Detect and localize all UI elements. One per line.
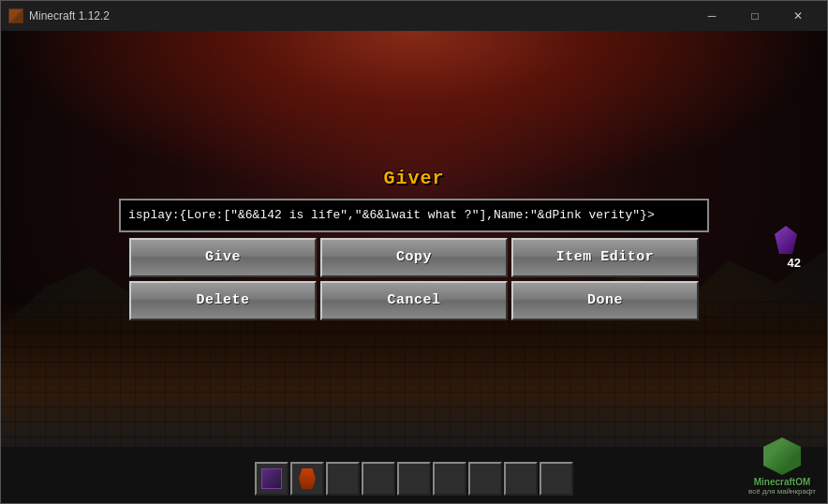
watermark-logo bbox=[763, 437, 801, 475]
done-button[interactable]: Done bbox=[511, 281, 699, 320]
close-button[interactable]: ✕ bbox=[776, 1, 820, 31]
hud-slot-8 bbox=[504, 462, 538, 496]
titlebar: Minecraft 1.12.2 ─ □ ✕ bbox=[1, 1, 827, 31]
hud-slot-3 bbox=[326, 462, 360, 496]
cancel-button[interactable]: Cancel bbox=[320, 281, 508, 320]
hotbar bbox=[255, 462, 573, 496]
hud-slot-6 bbox=[433, 462, 466, 496]
minecraft-icon bbox=[8, 8, 23, 23]
minimize-button[interactable]: ─ bbox=[690, 1, 733, 31]
maximize-button[interactable]: □ bbox=[733, 1, 776, 31]
item-editor-button[interactable]: Item Editor bbox=[511, 238, 699, 277]
orange-item bbox=[299, 468, 316, 489]
watermark: MinecraftOM всё для майнкрафт bbox=[748, 437, 816, 496]
app-window: Minecraft 1.12.2 ─ □ ✕ 42 Giver Give bbox=[0, 0, 828, 504]
command-input[interactable] bbox=[119, 199, 709, 232]
give-button[interactable]: Give bbox=[129, 238, 317, 277]
hud-slot-4 bbox=[362, 462, 395, 496]
game-viewport: 42 Giver Give Copy Item Editor Delete Ca… bbox=[1, 31, 827, 503]
watermark-sub: всё для майнкрафт bbox=[748, 487, 816, 496]
dialog-overlay: Giver Give Copy Item Editor Delete Cance… bbox=[1, 31, 827, 503]
window-controls: ─ □ ✕ bbox=[690, 1, 820, 31]
button-row-2: Delete Cancel Done bbox=[129, 281, 699, 320]
hud-slot-7 bbox=[468, 462, 502, 496]
hud-slot-2 bbox=[290, 462, 324, 496]
copy-button[interactable]: Copy bbox=[320, 238, 508, 277]
window-title: Minecraft 1.12.2 bbox=[29, 9, 690, 22]
hud-slot-5 bbox=[397, 462, 431, 496]
purple-block-item bbox=[261, 468, 282, 489]
input-row bbox=[119, 199, 709, 232]
hud-slot-9 bbox=[540, 462, 573, 496]
watermark-name: MinecraftOM bbox=[754, 477, 811, 487]
delete-button[interactable]: Delete bbox=[129, 281, 317, 320]
button-row-1: Give Copy Item Editor bbox=[129, 238, 699, 277]
dialog-title: Giver bbox=[383, 168, 444, 189]
hud-slot-1 bbox=[255, 462, 288, 496]
dialog-buttons: Give Copy Item Editor Delete Cancel Done bbox=[129, 238, 699, 320]
